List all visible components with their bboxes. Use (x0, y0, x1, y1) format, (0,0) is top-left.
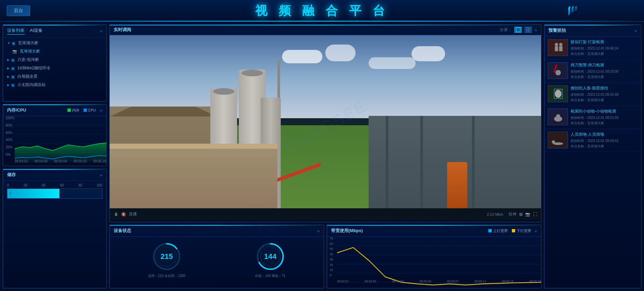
alert-item-1[interactable]: 持刀预警-持刀检测 抓拍时间：2023-12-01 09:33:00 布点名称：… (544, 60, 641, 83)
main-layout: 设备列表 AI设备 » ▼ ▣瓦埠湖大桥📷瓦埠湖大桥▶ ▣六安-皂河桥▶ ▣1#… (0, 22, 644, 291)
expand-btn[interactable]: ⛶ (533, 212, 537, 217)
video-sky (110, 35, 541, 118)
back-button[interactable]: 后台 (7, 5, 30, 16)
tree-item-2[interactable]: ▶ ▣六安-皂河桥 (6, 56, 104, 64)
tree-item-0[interactable]: ▼ ▣瓦埠湖大桥 (6, 39, 104, 47)
screenshot-btn[interactable]: 📷 (525, 212, 530, 217)
svg-point-41 (556, 114, 560, 118)
cpu-panel: 内存/CPU 内存 CPU » (3, 104, 107, 166)
bandwidth-panel: 带宽使用(Mbps) 上行宽带 下行宽带 » (327, 225, 541, 288)
right-panel: 预警抓拍 » 疑似打架-打架检测 抓拍时间：2023-12-01 09:48:2… (544, 24, 641, 288)
cpu-panel-header: 内存/CPU 内存 CPU » (3, 104, 106, 116)
gauge-1-wrap: 215 启用：215 未启用：1285 (148, 241, 185, 278)
alert-location-0: 布点名称：瓦埠湖大桥 (571, 51, 638, 57)
alert-item-3[interactable]: 检测到小动物-小动物检测 抓拍时间：2023-12-01 09:31:55 布点… (544, 106, 641, 129)
bandwidth-more[interactable]: » (535, 228, 537, 233)
cpu-legend: 内存 CPU (67, 108, 96, 113)
alert-thumb-1 (548, 62, 568, 79)
pillar-1 (386, 116, 388, 208)
live-label: 直播 (129, 211, 137, 217)
alert-title-3: 检测到小动物-小动物检测 (571, 108, 638, 114)
storage-title: 储存 (7, 172, 16, 178)
alert-info-3: 检测到小动物-小动物检测 抓拍时间：2023-12-01 09:31:55 布点… (571, 108, 638, 126)
bandwidth-header: 带宽使用(Mbps) 上行宽带 下行宽带 » (327, 225, 541, 237)
gauge-1-value: 215 (160, 252, 173, 261)
center-panel: 实时调阅 分屏： » (109, 24, 541, 288)
storage-bar-container: 020406080100 / (3, 181, 106, 201)
alert-info-2: 抓拍到人脸-脸部抓拍 抓拍时间：2023-12-01 09:32:49 布点名称… (571, 85, 638, 103)
tree-item-4[interactable]: ▶ ▣白母园全景 (6, 72, 104, 81)
gauge-1: 215 (152, 241, 182, 272)
video-content: TSINGSEE ⏸ 🔇 直播 2.13 Mb/s 拉伸 ⊞ 📷 ⛶ (110, 35, 541, 220)
storage-header: 储存 » (3, 169, 106, 181)
alert-item-4[interactable]: 人员倒地-人员倒地 抓拍时间：2023-12-01 09:29:41 布点名称：… (544, 129, 641, 152)
alert-info-0: 疑似打架-打架检测 抓拍时间：2023-12-01 09:48:24 布点名称：… (571, 39, 638, 57)
alert-location-2: 布点名称：瓦埠湖大桥 (571, 97, 638, 103)
alerts-more[interactable]: » (635, 28, 637, 33)
gauges-container: 215 启用：215 未启用：1285 (110, 237, 324, 283)
alert-item-0[interactable]: 疑似打架-打架检测 抓拍时间：2023-12-01 09:48:24 布点名称：… (544, 37, 641, 60)
alert-location-3: 布点名称：瓦埠湖大桥 (571, 121, 638, 126)
alert-thumb-0 (548, 39, 568, 56)
device-list-more[interactable]: » (100, 28, 102, 33)
mute-button[interactable]: 🔇 (121, 212, 126, 217)
tree-label: 瓦埠湖大桥 (20, 49, 40, 54)
ratio-label: 拉伸 (508, 211, 517, 217)
cloud-3 (369, 57, 416, 69)
upload-legend: 上行宽带 (488, 228, 508, 233)
pillar-2 (420, 116, 423, 208)
svg-rect-42 (548, 132, 568, 148)
svg-point-31 (559, 43, 562, 46)
device-status-more[interactable]: » (317, 228, 320, 233)
bw-x-axis: 09:54:51 09:54:55 09:54:59 09:55:03 09:5… (337, 280, 541, 283)
video-header: 实时调阅 分屏： » (110, 25, 541, 35)
svg-rect-9 (529, 28, 530, 29)
storage-panel: 储存 » 020406080100 / (3, 169, 107, 288)
alert-time-4: 抓拍时间：2023-12-01 09:29:41 (571, 138, 638, 144)
tree-item-5[interactable]: ▶ ▣小太阳沟调压站 (6, 81, 104, 89)
folder-icon: ▣ (12, 41, 15, 46)
memory-legend: 内存 (67, 108, 79, 113)
alert-location-1: 布点名称：瓦埠湖大桥 (571, 74, 638, 80)
tab-device-list[interactable]: 设备列表 (7, 27, 24, 34)
tree-arrow: ▶ (7, 75, 10, 78)
tree-item-3[interactable]: ▶ ▣1#384m2烧结环冷 (6, 64, 104, 72)
cpu-y-axis: 100% 80% 60% 40% 20% 0% (6, 116, 14, 156)
tree-label: 1#384m2烧结环冷 (17, 65, 50, 71)
video-title: 实时调阅 (114, 27, 131, 33)
svg-rect-10 (526, 30, 528, 32)
alerts-list: 疑似打架-打架检测 抓拍时间：2023-12-01 09:48:24 布点名称：… (544, 37, 641, 286)
left-panel: 设备列表 AI设备 » ▼ ▣瓦埠湖大桥📷瓦埠湖大桥▶ ▣六安-皂河桥▶ ▣1#… (3, 24, 107, 288)
storage-more[interactable]: » (100, 172, 102, 177)
storage-bar-used (7, 189, 59, 198)
svg-rect-32 (559, 46, 562, 51)
device-tabs: 设备列表 AI设备 (7, 27, 43, 34)
header: 后台 视 频 融 合 平 台 (0, 0, 644, 22)
tree-label: 小太阳沟调压站 (17, 82, 46, 88)
split-label: 分屏： (500, 27, 512, 33)
alert-time-2: 抓拍时间：2023-12-01 09:32:49 (571, 92, 638, 97)
device-tree: ▼ ▣瓦埠湖大桥📷瓦埠湖大桥▶ ▣六安-皂河桥▶ ▣1#384m2烧结环冷▶ ▣… (3, 38, 106, 98)
tree-arrow: ▶ (7, 58, 10, 62)
cloud-1 (282, 50, 322, 63)
gauge-2-status: 在线：144 离线：71 (255, 274, 285, 278)
pause-button[interactable]: ⏸ (114, 212, 118, 217)
alert-title-0: 疑似打架-打架检测 (571, 39, 638, 45)
tree-arrow: ▼ (7, 41, 10, 45)
alert-time-3: 抓拍时间：2023-12-01 09:31:55 (571, 115, 638, 121)
alert-item-2[interactable]: 抓拍到人脸-脸部抓拍 抓拍时间：2023-12-01 09:32:49 布点名称… (544, 83, 641, 106)
tree-item-1[interactable]: 📷瓦埠湖大桥 (6, 47, 104, 56)
alert-title-2: 抓拍到人脸-脸部抓拍 (571, 85, 638, 91)
video-more[interactable]: » (535, 27, 537, 32)
cpu-panel-more[interactable]: » (100, 108, 102, 113)
tab-ai-device[interactable]: AI设备 (30, 27, 43, 34)
alerts-header: 预警抓拍 » (544, 25, 641, 37)
speed-label: 2.13 Mb/s (487, 212, 503, 216)
split-4-button[interactable] (525, 27, 532, 33)
folder-icon: ▣ (11, 74, 15, 79)
split-1-button[interactable] (515, 27, 522, 33)
device-status-header: 设备状态 » (110, 225, 324, 237)
bandwidth-legend: 上行宽带 下行宽带 (488, 228, 531, 233)
fullscreen-btn[interactable]: ⊞ (519, 212, 523, 217)
tree-arrow: ▶ (7, 83, 10, 87)
